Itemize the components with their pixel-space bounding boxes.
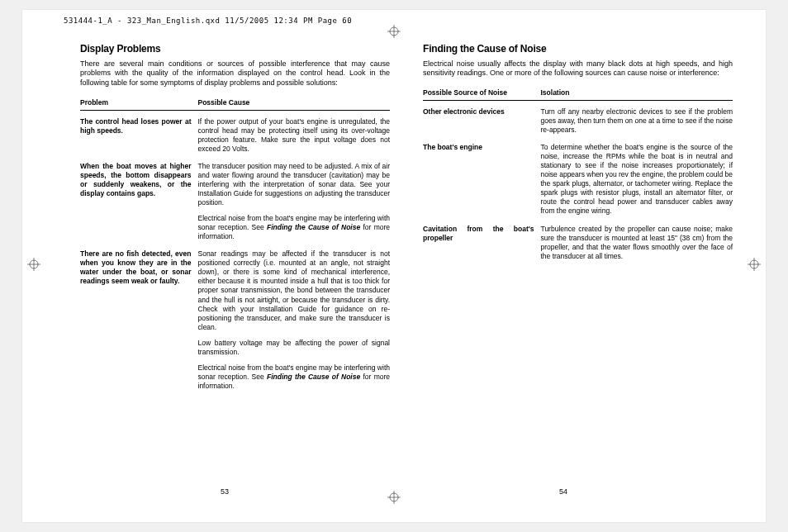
source-cell: Cavitation from the boat's propeller bbox=[423, 225, 541, 261]
column-header: Isolation bbox=[541, 88, 733, 97]
cause-text: Sonar readings may be affected if the tr… bbox=[198, 249, 391, 330]
cross-reference: Finding the Cause of Noise bbox=[267, 373, 360, 381]
crop-mark-icon bbox=[27, 258, 40, 274]
cause-text: The transducer position may need to be a… bbox=[198, 162, 391, 207]
cause-cell: If the power output of your boat's engin… bbox=[198, 117, 391, 154]
column-header: Problem bbox=[80, 98, 198, 107]
table-row: The boat's engine To determine whether t… bbox=[423, 143, 733, 216]
page-number: 53 bbox=[221, 487, 229, 496]
crop-mark-icon bbox=[387, 25, 401, 41]
crop-mark-icon bbox=[387, 491, 401, 507]
cause-cell: Sonar readings may be affected if the tr… bbox=[198, 249, 391, 391]
source-cell: The boat's engine bbox=[423, 143, 541, 216]
intro-paragraph: Electrical noise usually affects the dis… bbox=[423, 59, 733, 78]
problems-table: Problem Possible Cause The control head … bbox=[80, 98, 390, 391]
cause-cell: The transducer position may need to be a… bbox=[198, 162, 391, 241]
crop-mark-icon bbox=[748, 258, 761, 274]
section-title: Display Problems bbox=[80, 43, 390, 56]
table-row: When the boat moves at higher speeds, th… bbox=[80, 162, 390, 241]
problem-cell: There are no fish detected, even when yo… bbox=[80, 249, 198, 391]
page-wrapper: 531444-1_A - 323_Man_English.qxd 11/5/20… bbox=[22, 10, 766, 522]
table-row: There are no fish detected, even when yo… bbox=[80, 249, 390, 391]
section-title: Finding the Cause of Noise bbox=[423, 43, 733, 56]
table-row: Other electronic devices Turn off any ne… bbox=[423, 107, 733, 135]
cause-subparagraph: Low battery voltage may be affecting the… bbox=[198, 339, 391, 357]
table-header: Problem Possible Cause bbox=[80, 98, 390, 111]
cause-subparagraph: Electrical noise from the boat's engine … bbox=[198, 214, 391, 241]
intro-paragraph: There are several main conditions or sou… bbox=[80, 59, 390, 88]
table-row: Cavitation from the boat's propeller Tur… bbox=[423, 225, 733, 261]
cross-reference: Finding the Cause of Noise bbox=[267, 223, 360, 231]
content-area: Display Problems There are several main … bbox=[22, 10, 766, 522]
file-header: 531444-1_A - 323_Man_English.qxd 11/5/20… bbox=[64, 17, 352, 25]
left-column: Display Problems There are several main … bbox=[80, 43, 390, 497]
source-cell: Other electronic devices bbox=[423, 107, 541, 135]
problem-cell: When the boat moves at higher speeds, th… bbox=[80, 162, 198, 241]
problem-cell: The control head loses power at high spe… bbox=[80, 117, 198, 154]
isolation-cell: Turbulence created by the propeller can … bbox=[541, 225, 733, 261]
isolation-cell: Turn off any nearby electronic devices t… bbox=[541, 107, 733, 135]
isolation-cell: To determine whether the boat's engine i… bbox=[541, 143, 733, 216]
table-header: Possible Source of Noise Isolation bbox=[423, 88, 733, 101]
page-number: 54 bbox=[559, 487, 567, 496]
table-row: The control head loses power at high spe… bbox=[80, 117, 390, 154]
cause-subparagraph: Electrical noise from the boat's engine … bbox=[198, 363, 391, 391]
column-header: Possible Cause bbox=[198, 98, 391, 107]
column-header: Possible Source of Noise bbox=[423, 88, 541, 97]
right-column: Finding the Cause of Noise Electrical no… bbox=[423, 43, 733, 497]
noise-table: Possible Source of Noise Isolation Other… bbox=[423, 88, 733, 261]
